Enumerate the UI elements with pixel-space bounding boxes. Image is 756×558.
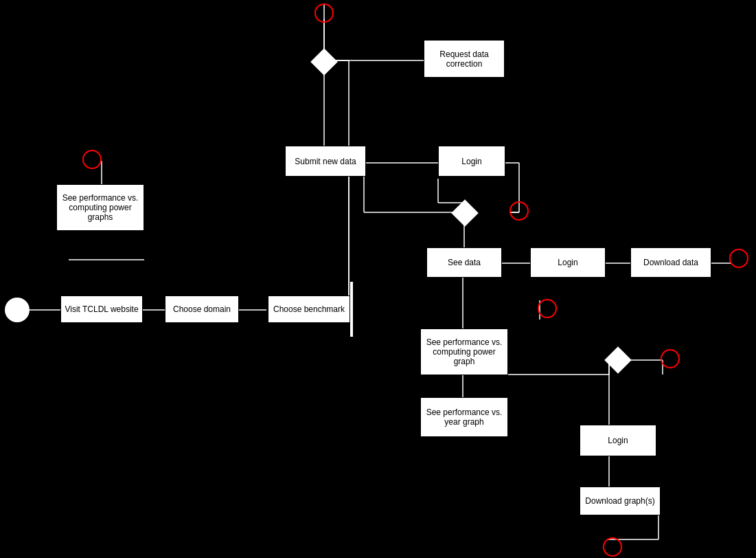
visit-tcldl-box: Visit TCLDL website <box>60 295 143 323</box>
circle-mid-right-6 <box>661 349 680 368</box>
choose-benchmark-box: Choose benchmark <box>268 295 350 323</box>
decision-diamond-bottom <box>604 346 632 374</box>
circle-far-right <box>729 249 748 268</box>
circle-bottom <box>603 537 622 557</box>
diagram-container: Request data correction Submit new data … <box>0 0 756 558</box>
connector-lines <box>0 0 756 558</box>
circle-right-mid <box>509 201 529 221</box>
decision-diamond-top <box>310 48 338 76</box>
download-data-box: Download data <box>630 247 711 278</box>
see-data-box: See data <box>426 247 502 278</box>
process-bar <box>350 282 353 337</box>
circle-mid-right-5 <box>538 299 557 318</box>
login-top-box: Login <box>438 146 505 177</box>
request-data-correction-box: Request data correction <box>424 40 505 78</box>
see-perf-computing-graphs-box: See performance vs. computing power grap… <box>56 184 144 231</box>
see-perf-year-graph-box: See performance vs. year graph <box>420 397 508 437</box>
circle-left-action <box>82 150 102 169</box>
start-node <box>5 298 30 322</box>
submit-new-data-box: Submit new data <box>285 146 366 177</box>
login-mid-box: Login <box>530 247 606 278</box>
circle-start-top <box>314 3 334 23</box>
see-perf-computing-graph-box: See performance vs. computing power grap… <box>420 328 508 375</box>
login-bottom-box: Login <box>580 425 656 456</box>
decision-diamond-mid <box>451 199 479 227</box>
download-graphs-box: Download graph(s) <box>580 487 661 515</box>
choose-domain-box: Choose domain <box>165 295 239 323</box>
